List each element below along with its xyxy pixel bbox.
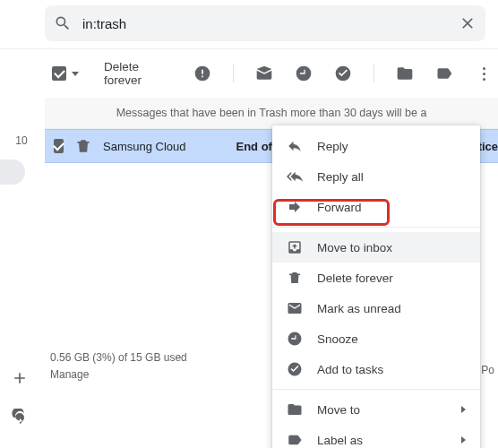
- toolbar: Delete forever: [0, 49, 498, 98]
- menu-add-to-tasks[interactable]: Add to tasks: [272, 354, 480, 384]
- context-menu: Reply Reply all Forward Move to inbox De…: [272, 125, 480, 448]
- menu-reply[interactable]: Reply: [272, 131, 480, 161]
- storage-used: 0.56 GB (3%) of 15 GB used: [50, 349, 187, 366]
- more-icon[interactable]: [475, 65, 493, 82]
- labels-icon[interactable]: [435, 65, 453, 82]
- add-to-tasks-icon[interactable]: [334, 65, 352, 82]
- trash-banner: Messages that have been in Trash more th…: [45, 98, 498, 129]
- search-icon: [54, 14, 72, 32]
- delete-icon: [287, 270, 303, 286]
- row-checkbox[interactable]: [54, 139, 64, 153]
- menu-label-as[interactable]: Label as: [272, 425, 480, 448]
- label-icon: [287, 432, 303, 448]
- clock-icon: [287, 331, 303, 347]
- reply-icon: [287, 138, 303, 154]
- storage-info: 0.56 GB (3%) of 15 GB used Manage: [50, 349, 187, 383]
- search-bar[interactable]: [45, 5, 485, 41]
- tasks-icon: [287, 361, 303, 377]
- report-spam-icon[interactable]: [193, 65, 211, 82]
- trash-icon: [74, 137, 92, 155]
- menu-move-to-inbox[interactable]: Move to inbox: [272, 232, 480, 263]
- clear-search-icon[interactable]: [459, 14, 477, 32]
- menu-forward[interactable]: Forward: [272, 192, 480, 222]
- left-rail: 10: [4, 134, 39, 185]
- menu-snooze[interactable]: Snooze: [272, 323, 480, 354]
- sender-name: Samsung Cloud: [103, 140, 186, 153]
- folder-count: 10: [4, 134, 39, 147]
- plus-icon[interactable]: [11, 369, 29, 387]
- separator: [233, 65, 234, 82]
- menu-reply-all[interactable]: Reply all: [272, 161, 480, 192]
- folder-icon: [287, 401, 303, 418]
- separator: [374, 65, 374, 82]
- move-to-icon[interactable]: [396, 65, 414, 82]
- delete-forever-button[interactable]: Delete forever: [99, 56, 147, 90]
- refresh-icon[interactable]: [11, 409, 29, 426]
- mark-read-icon[interactable]: [255, 65, 273, 82]
- search-input[interactable]: [82, 16, 448, 31]
- snooze-icon[interactable]: [295, 65, 313, 82]
- chevron-down-icon[interactable]: [72, 72, 79, 76]
- reply-all-icon: [287, 168, 303, 185]
- select-all-checkbox[interactable]: [52, 66, 79, 81]
- menu-delete-forever[interactable]: Delete forever: [272, 263, 480, 293]
- move-to-inbox-icon: [287, 239, 303, 255]
- chevron-right-icon: [461, 406, 466, 413]
- forward-icon: [287, 199, 303, 215]
- menu-move-to[interactable]: Move to: [272, 394, 480, 425]
- selected-folder-indicator: [0, 159, 25, 185]
- mark-unread-icon: [287, 300, 303, 316]
- menu-mark-unread[interactable]: Mark as unread: [272, 293, 480, 323]
- chevron-right-icon: [461, 436, 466, 444]
- menu-separator: [272, 389, 480, 390]
- storage-manage-link[interactable]: Manage: [50, 366, 187, 383]
- menu-separator: [272, 227, 480, 228]
